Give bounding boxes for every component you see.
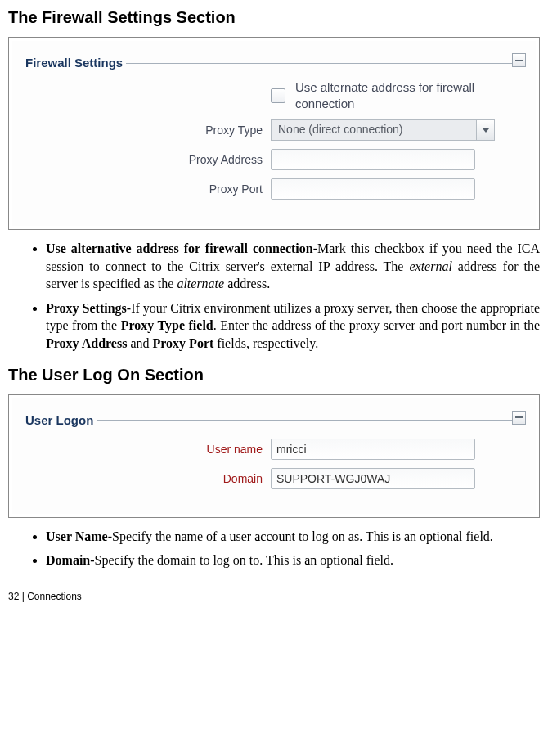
alt-address-label: Use alternate address for firewall conne… — [289, 79, 501, 111]
bullet-em: alternate — [177, 277, 224, 290]
user-logon-legend-text: User Logon — [25, 413, 97, 427]
minus-icon — [515, 416, 523, 418]
chevron-down-icon — [483, 128, 489, 133]
list-item: Proxy Settings-If your Citrix environmen… — [46, 299, 540, 353]
bullet-bold: Proxy Type field — [121, 318, 213, 332]
user-logon-panel-outer: User Logon User name Domain — [8, 394, 540, 518]
proxy-port-label: Proxy Port — [25, 182, 271, 196]
collapse-button[interactable] — [512, 411, 526, 425]
firewall-legend-text: Firewall Settings — [25, 56, 126, 70]
bullet-lead: User Name- — [46, 529, 112, 543]
proxy-type-value: None (direct connection) — [271, 119, 477, 141]
firewall-legend: Firewall Settings — [25, 56, 523, 70]
user-logon-description-list: User Name-Specify the name of a user acc… — [8, 528, 540, 569]
proxy-address-input[interactable] — [271, 149, 475, 170]
bullet-text: Specify the name of a user account to lo… — [112, 529, 493, 543]
username-input[interactable] — [271, 439, 475, 460]
alt-address-control: Use alternate address for firewall conne… — [271, 79, 523, 111]
proxy-type-label: Proxy Type — [25, 124, 271, 137]
bullet-bold: Proxy Address — [46, 336, 127, 350]
bullet-lead: Use alternative address for firewall con… — [46, 241, 317, 255]
bullet-text: address. — [224, 277, 270, 290]
proxy-address-label: Proxy Address — [25, 153, 271, 166]
domain-label: Domain — [25, 472, 271, 485]
list-item: Use alternative address for firewall con… — [46, 240, 540, 293]
collapse-button[interactable] — [512, 53, 526, 67]
domain-input[interactable] — [271, 468, 475, 489]
firewall-description-list: Use alternative address for firewall con… — [8, 240, 540, 353]
bullet-text: fields, respectively. — [213, 336, 318, 350]
proxy-type-select[interactable]: None (direct connection) — [271, 119, 495, 141]
proxy-port-input[interactable] — [271, 178, 475, 200]
bullet-text: and — [127, 336, 152, 350]
bullet-text: . Enter the address of the proxy server … — [213, 318, 540, 332]
list-item: User Name-Specify the name of a user acc… — [46, 528, 540, 546]
bullet-lead: Proxy Settings- — [46, 301, 131, 315]
legend-divider — [25, 420, 523, 421]
alt-address-checkbox[interactable] — [271, 88, 285, 103]
section-heading-firewall: The Firewall Settings Section — [8, 8, 540, 27]
bullet-lead: Domain- — [46, 553, 95, 567]
proxy-type-dropdown-button[interactable] — [477, 119, 495, 141]
bullet-text: Specify the domain to log on to. This is… — [95, 553, 393, 567]
bullet-bold: Proxy Port — [153, 336, 214, 350]
username-label: User name — [25, 443, 271, 456]
firewall-panel: Firewall Settings Use alternate address … — [12, 41, 536, 226]
user-logon-panel: User Logon User name Domain — [12, 398, 536, 514]
list-item: Domain-Specify the domain to log on to. … — [46, 551, 540, 569]
user-logon-legend: User Logon — [25, 413, 523, 427]
section-heading-user-logon: The User Log On Section — [8, 366, 540, 385]
firewall-panel-outer: Firewall Settings Use alternate address … — [8, 37, 540, 230]
page-footer: 32 | Connections — [8, 591, 540, 602]
bullet-em: external — [409, 259, 451, 273]
minus-icon — [515, 60, 523, 61]
